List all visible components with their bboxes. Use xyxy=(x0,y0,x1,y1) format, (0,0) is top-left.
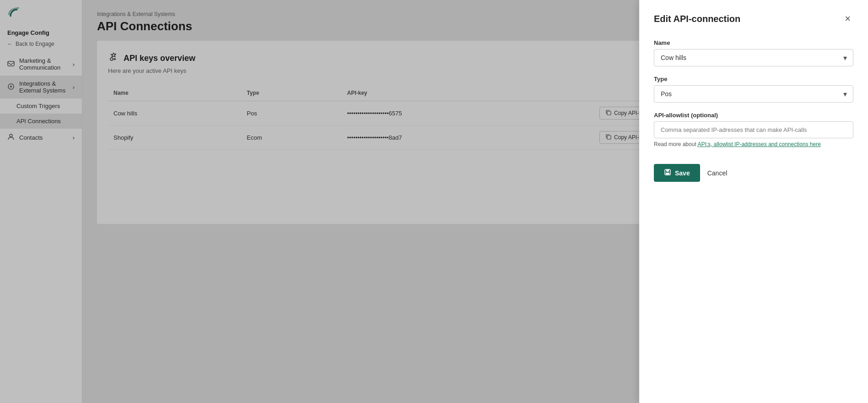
row-type-pos: Pos xyxy=(241,101,341,125)
custom-triggers-label: Custom Triggers xyxy=(16,103,60,109)
sidebar-item-marketing-inner: Marketing &Communication xyxy=(7,57,60,71)
help-text-link[interactable]: API:s, allowlist IP-addresses and connec… xyxy=(697,141,820,147)
sidebar-item-marketing[interactable]: Marketing &Communication › xyxy=(0,53,82,76)
api-connections-label: API Connections xyxy=(16,118,61,125)
name-form-group: Name Cow hills xyxy=(654,39,853,66)
svg-point-4 xyxy=(110,58,113,60)
svg-rect-6 xyxy=(607,136,611,139)
save-button[interactable]: Save xyxy=(654,164,700,182)
sidebar-item-integrations-inner: Integrations &External Systems xyxy=(7,80,65,94)
allowlist-input[interactable] xyxy=(654,121,853,138)
chevron-down-icon: › xyxy=(73,84,75,91)
row-api-key-cow: ••••••••••••••••••••6575 xyxy=(342,101,594,125)
svg-rect-9 xyxy=(666,173,669,174)
name-select[interactable]: Cow hills xyxy=(654,49,853,66)
back-to-engage[interactable]: ← Back to Engage xyxy=(0,38,82,53)
sidebar-item-contacts-label: Contacts xyxy=(19,134,43,141)
svg-rect-0 xyxy=(8,61,14,66)
back-label: Back to Engage xyxy=(16,41,54,47)
allowlist-form-group: API-allowlist (optional) Read more about… xyxy=(654,112,853,147)
col-name: Name xyxy=(108,85,241,101)
allowlist-label: API-allowlist (optional) xyxy=(654,112,853,119)
save-label: Save xyxy=(675,169,690,177)
edit-api-panel: Edit API-connection × Name Cow hills Typ… xyxy=(639,0,868,403)
svg-point-3 xyxy=(10,134,12,137)
back-arrow-icon: ← xyxy=(7,41,13,47)
row-name-cow-hills: Cow hills xyxy=(108,101,241,125)
type-select[interactable]: Pos Ecom xyxy=(654,85,853,103)
brand-logo-icon xyxy=(7,6,20,19)
type-select-wrapper: Pos Ecom xyxy=(654,85,853,103)
name-label: Name xyxy=(654,39,853,46)
save-icon xyxy=(664,169,671,177)
engage-config-text: Engage Config xyxy=(7,29,49,36)
api-key-card-icon xyxy=(108,52,119,65)
row-name-shopify: Shopify xyxy=(108,125,241,150)
integrations-icon xyxy=(7,83,15,92)
copy-icon xyxy=(605,109,611,117)
contacts-icon xyxy=(7,133,15,142)
sidebar-item-contacts[interactable]: Contacts › xyxy=(0,129,82,147)
name-select-wrapper: Cow hills xyxy=(654,49,853,66)
allowlist-help-text: Read more about API:s, allowlist IP-addr… xyxy=(654,141,853,147)
panel-close-button[interactable]: × xyxy=(842,13,853,25)
help-text-prefix: Read more about xyxy=(654,141,697,147)
row-type-ecom: Ecom xyxy=(241,125,341,150)
sidebar-item-marketing-label: Marketing &Communication xyxy=(19,57,60,71)
sidebar: Engage Config ← Back to Engage Marketing… xyxy=(0,0,82,403)
sidebar-item-integrations[interactable]: Integrations &External Systems › xyxy=(0,76,82,98)
svg-rect-8 xyxy=(666,169,669,172)
sidebar-nav: Marketing &Communication › Integrations … xyxy=(0,53,82,403)
cancel-button[interactable]: Cancel xyxy=(707,169,728,177)
col-type: Type xyxy=(241,85,341,101)
row-api-key-shopify: ••••••••••••••••••••8ad7 xyxy=(342,125,594,150)
sidebar-sub-item-custom-triggers[interactable]: Custom Triggers xyxy=(0,98,82,114)
copy-icon-shopify xyxy=(605,134,611,141)
sidebar-item-integrations-label: Integrations &External Systems xyxy=(19,80,65,94)
panel-header: Edit API-connection × xyxy=(654,13,853,25)
panel-title: Edit API-connection xyxy=(654,14,740,24)
sidebar-sub-item-api-connections[interactable]: API Connections xyxy=(0,114,82,129)
engage-config-label[interactable]: Engage Config xyxy=(0,26,82,38)
chevron-right-icon: › xyxy=(73,61,75,68)
type-form-group: Type Pos Ecom xyxy=(654,76,853,103)
svg-point-2 xyxy=(10,86,12,87)
card-title: API keys overview xyxy=(124,54,195,63)
email-icon xyxy=(7,60,15,69)
sidebar-item-contacts-inner: Contacts xyxy=(7,133,43,142)
chevron-right-contacts-icon: › xyxy=(73,134,75,141)
panel-actions: Save Cancel xyxy=(654,164,853,182)
type-label: Type xyxy=(654,76,853,82)
svg-rect-5 xyxy=(607,111,611,115)
col-api-key: API-key xyxy=(342,85,594,101)
logo-area xyxy=(0,0,82,26)
